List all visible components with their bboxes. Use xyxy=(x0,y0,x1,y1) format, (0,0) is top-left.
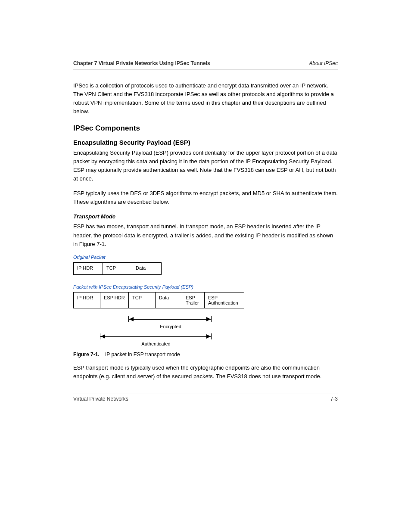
encrypted-arrow-head-right xyxy=(206,317,211,321)
header-section: About IPSec xyxy=(309,60,338,66)
encrypted-cap-right xyxy=(211,316,212,322)
cell-data: Data xyxy=(132,262,162,274)
document-page: Chapter 7 Virtual Private Networks Using… xyxy=(0,0,411,436)
figure-esp-label: Packet with IPSec Encapsulating Security… xyxy=(73,284,338,289)
paragraph-transport-2: ESP transport mode is typically used whe… xyxy=(73,364,338,381)
cell-esp-hdr: ESP HDR xyxy=(100,292,129,308)
cell-ip-hdr-2: IP HDR xyxy=(74,292,100,308)
figure-original-label: Original Packet xyxy=(73,255,338,260)
cell-tcp: TCP xyxy=(103,262,132,274)
figure-esp-transport: Original Packet IP HDR TCP Data Packet w… xyxy=(73,255,338,349)
cell-data-2: Data xyxy=(156,292,182,308)
header-chapter: Chapter 7 Virtual Private Networks Using… xyxy=(73,60,210,66)
page-footer: Virtual Private Networks 7-3 xyxy=(73,393,338,402)
footer-page-number: 7-3 xyxy=(330,396,338,402)
paragraph-esp-1: Encapsulating Security Payload (ESP) pro… xyxy=(73,149,338,184)
heading-transport-mode: Transport Mode xyxy=(73,213,338,220)
paragraph-esp-2: ESP typically uses the DES or 3DES algor… xyxy=(73,189,338,206)
cell-ip-hdr: IP HDR xyxy=(74,262,103,274)
auth-label: Authenticated xyxy=(141,341,170,346)
page-header: Chapter 7 Virtual Private Networks Using… xyxy=(73,60,338,69)
heading-ipsec-components: IPSec Components xyxy=(73,124,338,133)
heading-esp: Encapsulating Security Payload (ESP) xyxy=(73,139,338,146)
paragraph-transport-1: ESP has two modes, transport and tunnel.… xyxy=(73,222,338,248)
encrypted-label: Encrypted xyxy=(160,324,181,329)
figure-arrow-annotations: Encrypted Authenticated xyxy=(73,310,338,349)
footer-section: Virtual Private Networks xyxy=(73,396,128,402)
paragraph-intro: IPSec is a collection of protocols used … xyxy=(73,81,338,116)
auth-arrow-line xyxy=(100,336,211,337)
esp-packet-table: IP HDR ESP HDR TCP Data ESP Trailer ESP … xyxy=(73,292,244,308)
figure-number: Figure 7-1. xyxy=(73,352,100,358)
encrypted-arrow-line xyxy=(129,319,211,320)
figure-title: IP packet in ESP transport mode xyxy=(105,352,180,358)
cell-esp-trailer: ESP Trailer xyxy=(182,292,205,308)
cell-tcp-2: TCP xyxy=(129,292,156,308)
original-packet-table: IP HDR TCP Data xyxy=(73,262,162,275)
auth-arrow-head-left xyxy=(101,334,105,339)
cell-esp-auth: ESP Authentication xyxy=(205,292,244,308)
auth-cap-right xyxy=(211,333,212,339)
figure-caption: Figure 7-1. IP packet in ESP transport m… xyxy=(73,352,338,358)
auth-arrow-head-right xyxy=(206,334,211,339)
encrypted-arrow-head-left xyxy=(129,317,134,321)
